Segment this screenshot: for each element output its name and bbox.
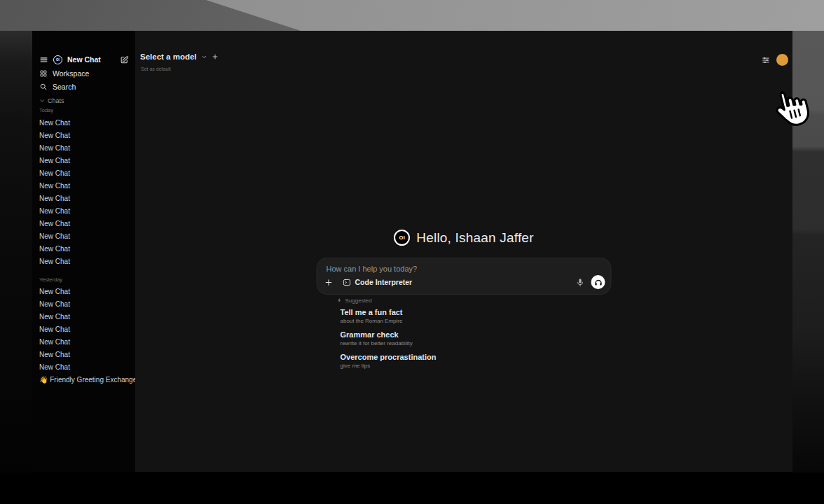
- suggested-prompt-title: Overcome procrastination: [341, 353, 612, 362]
- chat-list-item[interactable]: New Chat: [32, 255, 135, 268]
- suggested-section: Suggested Tell me a fun fact about the R…: [317, 295, 612, 370]
- voice-call-headphones-button[interactable]: [591, 275, 605, 289]
- headphones-icon: [593, 278, 603, 287]
- chat-list-item[interactable]: New Chat: [32, 205, 135, 218]
- header-right-controls: [761, 54, 788, 66]
- suggested-prompt[interactable]: Grammar check rewrite it for better read…: [341, 330, 612, 347]
- chat-input-box[interactable]: How can I help you today? Code Interpret…: [317, 258, 612, 295]
- sidebar-header: OI New Chat: [32, 52, 135, 66]
- suggested-prompt-title: Tell me a fun fact: [341, 308, 612, 317]
- chat-list-item[interactable]: New Chat: [32, 243, 135, 255]
- suggested-label: Suggested: [345, 298, 372, 304]
- chat-list-item[interactable]: New Chat: [32, 130, 135, 142]
- search-label: Search: [53, 83, 76, 91]
- app-logo-icon: OI: [394, 230, 410, 246]
- add-model-plus-icon[interactable]: [212, 53, 219, 60]
- chat-list-item[interactable]: New Chat: [32, 167, 135, 180]
- wallpaper-dark-shape: [0, 0, 824, 31]
- microphone-icon[interactable]: [576, 278, 585, 287]
- chat-list-item[interactable]: New Chat: [32, 311, 135, 323]
- app-logo-icon: OI: [53, 55, 62, 64]
- user-avatar[interactable]: [776, 54, 788, 66]
- suggested-prompt-subtitle: rewrite it for better readability: [341, 340, 612, 347]
- chat-list-item[interactable]: New Chat: [32, 323, 135, 336]
- suggested-prompt-subtitle: about the Roman Empire: [341, 318, 612, 325]
- model-selector[interactable]: Select a model: [140, 52, 219, 61]
- suggested-prompt-title: Grammar check: [341, 330, 612, 340]
- open-webui-window: OI New Chat Workspace Search: [32, 31, 792, 472]
- sidebar-new-chat-title[interactable]: New Chat: [67, 55, 115, 64]
- chat-list-item[interactable]: New Chat: [32, 336, 135, 349]
- code-interpreter-terminal-icon: [343, 278, 352, 287]
- chat-list-item[interactable]: New Chat: [32, 155, 135, 167]
- screenshot-root: OI New Chat Workspace Search: [0, 0, 824, 504]
- desktop-wallpaper-top: [0, 0, 824, 31]
- desktop-wallpaper-right: [792, 31, 824, 472]
- model-selector-label: Select a model: [140, 52, 197, 61]
- suggested-prompt[interactable]: Tell me a fun fact about the Roman Empir…: [341, 308, 612, 325]
- greeting-row: OI Hello, Ishaan Jaffer: [135, 230, 792, 246]
- chat-list-today: New Chat New Chat New Chat New Chat New …: [32, 117, 135, 268]
- code-interpreter-toggle[interactable]: Code Interpreter: [343, 278, 413, 287]
- chats-label: Chats: [48, 97, 64, 104]
- chevron-down-icon: [201, 54, 207, 60]
- search-icon: [39, 83, 48, 91]
- sidebar-toggle-icon[interactable]: [39, 55, 48, 64]
- chat-list-item[interactable]: New Chat: [32, 142, 135, 155]
- main-area: Select a model Set as default OI Hello, …: [135, 31, 792, 472]
- desktop-wallpaper-left: [0, 31, 32, 472]
- chat-list-item[interactable]: New Chat: [32, 286, 135, 298]
- chat-list-item[interactable]: New Chat: [32, 218, 135, 230]
- chat-list-yesterday: New Chat New Chat New Chat New Chat New …: [32, 286, 135, 386]
- suggested-prompt-subtitle: give me tips: [341, 363, 612, 370]
- code-interpreter-label: Code Interpreter: [355, 278, 413, 286]
- chat-list-item[interactable]: New Chat: [32, 298, 135, 311]
- chat-input-placeholder[interactable]: How can I help you today?: [327, 265, 418, 273]
- new-chat-pencil-icon[interactable]: [120, 55, 129, 64]
- workspace-grid-icon: [39, 69, 48, 78]
- sidebar-item-search[interactable]: Search: [32, 80, 135, 93]
- chat-list-item[interactable]: 👋 Friendly Greeting Exchange: [32, 374, 135, 386]
- chat-list-item[interactable]: New Chat: [32, 349, 135, 361]
- sidebar-item-workspace[interactable]: Workspace: [32, 66, 135, 80]
- suggested-prompt[interactable]: Overcome procrastination give me tips: [341, 353, 612, 370]
- chat-list-item[interactable]: New Chat: [32, 192, 135, 205]
- greeting-text: Hello, Ishaan Jaffer: [416, 230, 533, 246]
- workspace-label: Workspace: [53, 69, 89, 78]
- suggested-header: Suggested: [337, 297, 612, 304]
- chat-list-item[interactable]: New Chat: [32, 361, 135, 374]
- chat-list-item[interactable]: New Chat: [32, 180, 135, 192]
- sidebar: OI New Chat Workspace Search: [32, 31, 135, 472]
- chat-group-label-yesterday: Yesterday: [32, 275, 135, 285]
- bolt-icon: [337, 298, 343, 303]
- set-as-default-link[interactable]: Set as default: [141, 66, 171, 71]
- chat-input-actions: Code Interpreter: [324, 275, 605, 289]
- chat-group-label-today: Today: [32, 106, 135, 115]
- chat-list-item[interactable]: New Chat: [32, 117, 135, 130]
- chats-section-header[interactable]: Chats: [32, 95, 135, 106]
- chevron-down-icon: [39, 98, 45, 104]
- suggested-list: Tell me a fun fact about the Roman Empir…: [317, 308, 612, 370]
- chat-list-item[interactable]: New Chat: [32, 230, 135, 243]
- controls-sliders-icon[interactable]: [761, 55, 771, 65]
- attach-plus-icon[interactable]: [324, 278, 334, 287]
